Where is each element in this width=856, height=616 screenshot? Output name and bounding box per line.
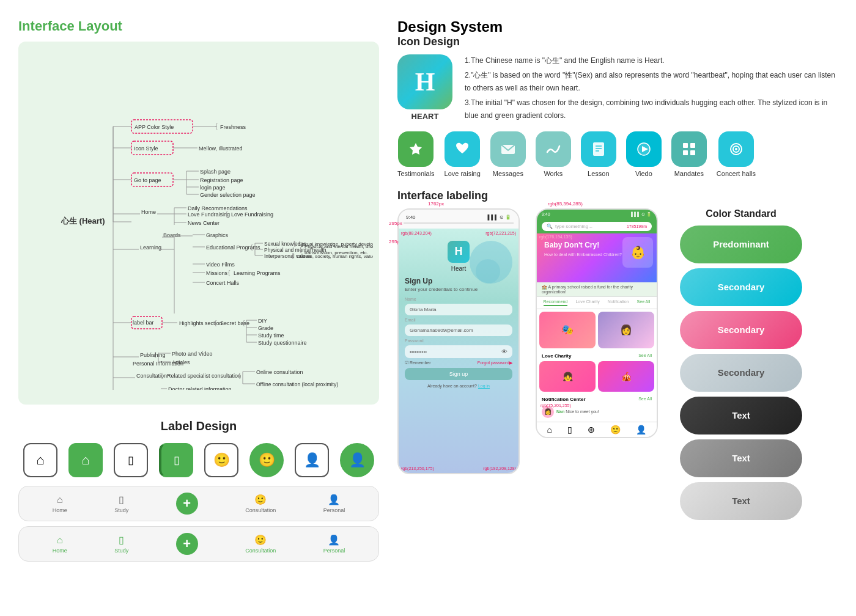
svg-text:Study questionnaire: Study questionnaire <box>258 340 307 346</box>
charity-item-2[interactable]: 🎪 <box>598 361 654 392</box>
phones-colors-container: 1762px 295px 295px 9:40 ▌▌▌ ⊙ 🔋 <box>397 208 838 525</box>
phone1-email-field[interactable]: Gloriamarla0809@email.com <box>405 324 512 336</box>
icon-home-outline: ⌂ <box>23 443 57 477</box>
interface-labeling-section: Interface labeling 1762px 295px 295px 9:… <box>397 189 838 525</box>
nav-book-icon[interactable]: ▯ <box>567 425 572 435</box>
svg-text:Secret base: Secret base <box>220 320 249 326</box>
nav-see-all[interactable]: See All <box>637 299 651 306</box>
love-charity-header: Love Charity See All <box>537 351 657 361</box>
icon-love-raising-label: Love raising <box>445 170 481 177</box>
heart-logo: H <box>397 54 452 109</box>
phone1-container: 1762px 295px 295px 9:40 ▌▌▌ ⊙ 🔋 <box>397 208 526 474</box>
main-page: Interface Layout 心生 (Heart) APP Color St… <box>0 0 856 616</box>
icon-face-outline: 🙂 <box>204 443 238 477</box>
icon-mandates: Mandates <box>671 131 707 177</box>
svg-text:Mellow, Illustrated: Mellow, Illustrated <box>199 145 243 152</box>
phone1-forgot[interactable]: Forgot password▶ <box>478 361 512 365</box>
tab-bar-1: ⌂ Home ▯ Study + 🙂 Consultation 👤 Person… <box>18 486 379 521</box>
svg-text:News Center: News Center <box>188 220 220 226</box>
icon-desc-1: 1.The Chinese name is "心生" and the Engli… <box>465 54 838 67</box>
left-panel: Interface Layout 心生 (Heart) APP Color St… <box>18 18 379 598</box>
phone1-login-link[interactable]: Log in <box>478 384 490 388</box>
left-title: Interface Layout <box>18 18 379 34</box>
phone2-content-grid: 🎭 👩 <box>537 309 657 351</box>
phone-signup-mockup: 9:40 ▌▌▌ ⊙ 🔋 H <box>397 208 520 474</box>
dim-label-2: 295px <box>389 221 402 226</box>
nav-recommend[interactable]: Recommend <box>544 299 568 306</box>
svg-text:Love Fundraising: Love Fundraising <box>188 211 230 218</box>
phone-home-mockup: 9:40 ▌▌▌ ⊙ 🔋 🔍 type something... 1785199… <box>536 208 658 438</box>
icon-description: 1.The Chinese name is "心生" and the Engli… <box>465 54 838 124</box>
rgb-label-3: rgb(88,243,204) <box>401 231 432 235</box>
svg-rect-131 <box>593 142 604 156</box>
tab-study-1[interactable]: ▯ Study <box>114 494 128 513</box>
icon-video-label: Viedo <box>635 170 652 177</box>
phone2-charity-notice: 🏫 A primary school raised a fund for the… <box>537 282 657 297</box>
svg-text:Missions: Missions <box>206 270 228 276</box>
tab-consultation-1[interactable]: 🙂 Consultation <box>245 494 276 513</box>
nav-home-icon[interactable]: ⌂ <box>547 425 552 435</box>
icon-home-filled: ⌂ <box>68 443 103 477</box>
color-text-1: Text <box>680 397 802 435</box>
icon-design-title: Icon Design <box>397 35 838 48</box>
charity-item-1[interactable]: 👧 <box>539 361 596 392</box>
tab-personal-1[interactable]: 👤 Personal <box>323 494 345 513</box>
phone1-remember: ☑ Remember <box>405 361 431 365</box>
consultation-icon-2: 🙂 <box>254 534 267 546</box>
tab-consultation-2[interactable]: 🙂 Consultation <box>245 534 276 554</box>
phone1-name-field[interactable]: Gloria Maria <box>405 304 512 315</box>
svg-rect-137 <box>683 143 688 148</box>
icon-book-filled: ▯ <box>159 443 193 477</box>
tab-personal-2[interactable]: 👤 Personal <box>323 534 345 554</box>
svg-text:Go to page: Go to page <box>134 177 161 183</box>
icon-user-outline: 👤 <box>295 443 329 477</box>
root-node: 心生 (Heart) <box>61 216 105 226</box>
svg-rect-139 <box>683 150 688 155</box>
phone1-status: 9:40 ▌▌▌ ⊙ 🔋 <box>404 213 514 221</box>
icon-messages-label: Messages <box>493 170 523 177</box>
svg-text:label bar: label bar <box>133 320 154 326</box>
charity-grid: 👧 🎪 <box>537 361 657 394</box>
grid-item-1[interactable]: 🎭 <box>539 312 596 348</box>
icon-lesson-label: Lesson <box>588 170 609 177</box>
icon-mandates-label: Mandates <box>674 170 704 177</box>
color-standard-section: Color Standard Predominant Secondary Sec… <box>680 208 802 525</box>
svg-text:DIY: DIY <box>258 318 267 324</box>
tab-home-1[interactable]: ⌂ Home <box>53 494 67 513</box>
color-secondary-3: Secondary <box>680 354 802 392</box>
phone1-signup-btn[interactable]: Sign up <box>405 368 512 380</box>
icon-works: Works <box>536 131 571 177</box>
svg-text:Daily Recommendations: Daily Recommendations <box>188 205 248 211</box>
nav-consult-icon[interactable]: 🙂 <box>610 425 621 435</box>
phone2-container: rgb(85,394,285) 9:40 ▌▌▌ ⊙ 🔋 🔍 type some… <box>536 208 670 438</box>
nav-notification[interactable]: Notification <box>608 299 629 306</box>
svg-text:Physical and mental health, di: Physical and mental health, disease <box>304 244 373 249</box>
svg-text:Photo and Video: Photo and Video <box>172 351 212 357</box>
phone1-footer: Already have an account? Log in <box>405 384 512 388</box>
phone1-password-field[interactable]: ••••••••••👁 <box>405 345 512 358</box>
svg-text:Video Films: Video Films <box>206 262 235 268</box>
nav-person-icon[interactable]: 👤 <box>636 425 646 435</box>
notification-see-all[interactable]: See All <box>638 397 652 402</box>
svg-text:{: { <box>215 122 218 130</box>
nav-love-charity[interactable]: Love Charity <box>575 299 599 306</box>
nav-plus-icon[interactable]: ⊕ <box>588 425 595 435</box>
icon-lesson: Lesson <box>581 131 616 177</box>
svg-text:{: { <box>228 270 231 276</box>
color-predominant: Predominant <box>680 226 802 263</box>
tab-study-2[interactable]: ▯ Study <box>114 534 128 554</box>
home-icon-1: ⌂ <box>57 494 63 505</box>
tab-add-1[interactable]: + <box>176 493 198 515</box>
icon-design-content: H HEART 1.The Chinese name is "心生" and t… <box>397 54 838 124</box>
grid-item-2[interactable]: 👩 <box>598 312 654 348</box>
tab-home-2[interactable]: ⌂ Home <box>53 535 67 554</box>
right-title: Design System <box>397 18 838 35</box>
love-charity-see-all[interactable]: See All <box>638 353 652 359</box>
icon-messages: Messages <box>490 131 526 177</box>
tab-add-2[interactable]: + <box>176 533 198 555</box>
phone1-subtitle: Enter your credentials to continue <box>405 287 512 292</box>
svg-text:Concert Halls: Concert Halls <box>206 280 240 286</box>
personal-icon-2: 👤 <box>328 534 340 546</box>
app-logo-container: H HEART <box>397 54 452 121</box>
home-icon-2: ⌂ <box>57 535 63 546</box>
